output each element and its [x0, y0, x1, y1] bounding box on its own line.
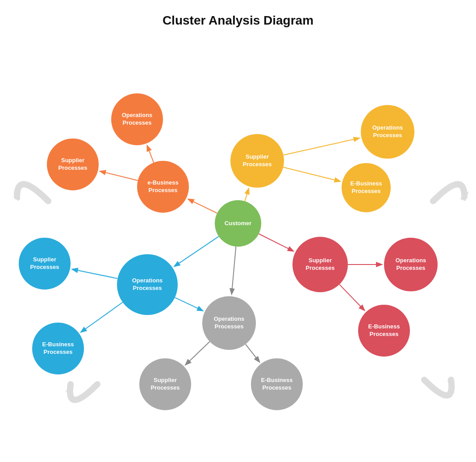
svg-line-13: [339, 285, 364, 310]
node-op_red: OperationsProcesses: [384, 238, 438, 291]
node-ebiz1: e-BusinessProcesses: [137, 161, 189, 213]
svg-line-15: [246, 344, 259, 361]
svg-marker-16: [460, 191, 469, 201]
node-ebiz_red: E-BusinessProcesses: [358, 305, 410, 357]
svg-line-7: [284, 138, 359, 155]
node-sup_yellow: SupplierProcesses: [230, 134, 284, 188]
node-ebiz_blue: E-BusinessProcesses: [32, 323, 84, 374]
svg-marker-18: [13, 191, 21, 201]
svg-line-1: [245, 189, 248, 201]
svg-marker-17: [447, 378, 455, 388]
node-customer: Customer: [215, 200, 261, 247]
node-sup_red: SupplierProcesses: [292, 237, 348, 292]
node-op1: OperationsProcesses: [111, 93, 163, 145]
svg-marker-19: [65, 382, 74, 392]
svg-line-0: [189, 199, 217, 213]
node-sup_gray: SupplierProcesses: [139, 358, 191, 410]
svg-line-8: [283, 167, 340, 181]
svg-line-2: [175, 236, 219, 266]
svg-line-10: [81, 302, 123, 332]
node-sup_blue: SupplierProcesses: [19, 238, 71, 290]
svg-line-6: [100, 171, 138, 181]
svg-line-4: [232, 247, 236, 294]
node-op_gray: OperationsProcesses: [202, 296, 256, 350]
node-sup1: SupplierProcesses: [47, 139, 99, 190]
node-op_yellow: OperationsProcesses: [361, 105, 414, 159]
svg-line-11: [175, 298, 203, 311]
svg-line-5: [147, 146, 154, 163]
page-title: Cluster Analysis Diagram: [0, 0, 476, 28]
svg-line-14: [186, 342, 209, 365]
svg-line-3: [259, 234, 293, 251]
node-ebiz_yellow: E-BusinessProcesses: [342, 163, 391, 212]
node-ebiz_gray: E-BusinessProcesses: [251, 358, 303, 410]
node-op_blue: OperationsProcesses: [117, 254, 178, 315]
svg-line-9: [73, 269, 118, 279]
